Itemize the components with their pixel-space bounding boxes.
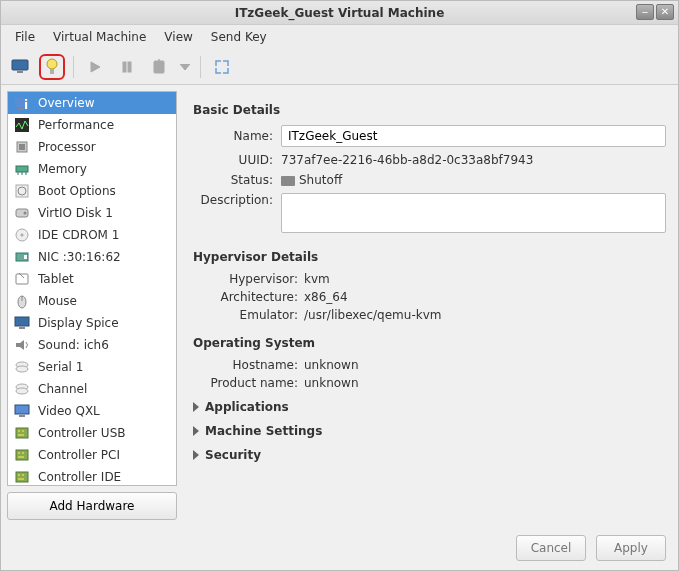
- svg-rect-32: [15, 317, 29, 326]
- svg-point-25: [21, 234, 24, 237]
- minimize-button[interactable]: ‒: [636, 4, 654, 20]
- toolbar: [1, 49, 678, 85]
- sidebar-item-sound-ich6[interactable]: Sound: ich6: [8, 334, 176, 356]
- tablet-icon: [14, 271, 30, 287]
- footer: Cancel Apply: [1, 526, 678, 570]
- cdrom-icon: [14, 227, 30, 243]
- svg-rect-0: [12, 60, 28, 70]
- svg-rect-52: [18, 478, 24, 480]
- name-label: Name:: [193, 129, 273, 143]
- details-button[interactable]: [39, 54, 65, 80]
- chevron-right-icon: [193, 402, 199, 412]
- run-button[interactable]: [82, 54, 108, 80]
- os-heading: Operating System: [193, 336, 666, 350]
- sidebar-item-label: VirtIO Disk 1: [38, 206, 113, 220]
- nic-icon: [14, 249, 30, 265]
- sidebar-item-processor[interactable]: Processor: [8, 136, 176, 158]
- svg-point-23: [24, 212, 27, 215]
- chevron-right-icon: [193, 426, 199, 436]
- svg-rect-40: [19, 415, 25, 417]
- svg-rect-49: [16, 472, 28, 482]
- status-value: Shutoff: [299, 173, 342, 187]
- apply-button[interactable]: Apply: [596, 535, 666, 561]
- uuid-label: UUID:: [193, 153, 273, 167]
- sidebar-item-mouse[interactable]: Mouse: [8, 290, 176, 312]
- controller-icon: [14, 447, 30, 463]
- sidebar-item-label: Boot Options: [38, 184, 116, 198]
- productname-label: Product name:: [193, 376, 298, 390]
- sidebar-item-label: Sound: ich6: [38, 338, 109, 352]
- svg-rect-15: [19, 144, 25, 150]
- mem-icon: [14, 161, 30, 177]
- svg-rect-39: [15, 405, 29, 414]
- svg-rect-16: [16, 166, 28, 172]
- sidebar-item-boot-options[interactable]: Boot Options: [8, 180, 176, 202]
- basic-details-heading: Basic Details: [193, 103, 666, 117]
- svg-rect-5: [123, 62, 126, 72]
- titlebar: ITzGeek_Guest Virtual Machine ‒ ✕: [1, 1, 678, 25]
- svg-rect-48: [18, 456, 24, 458]
- svg-rect-47: [22, 452, 24, 454]
- svg-rect-3: [50, 69, 54, 74]
- menu-send-key[interactable]: Send Key: [205, 28, 273, 46]
- sidebar-item-performance[interactable]: Performance: [8, 114, 176, 136]
- boot-icon: [14, 183, 30, 199]
- menu-file[interactable]: File: [9, 28, 41, 46]
- sound-icon: [14, 337, 30, 353]
- sidebar-item-serial-1[interactable]: Serial 1: [8, 356, 176, 378]
- add-hardware-button[interactable]: Add Hardware: [7, 492, 177, 520]
- sidebar-item-virtio-disk-1[interactable]: VirtIO Disk 1: [8, 202, 176, 224]
- power-icon: [152, 59, 166, 75]
- sidebar-item-tablet[interactable]: Tablet: [8, 268, 176, 290]
- controller-icon: [14, 469, 30, 485]
- sidebar-item-memory[interactable]: Memory: [8, 158, 176, 180]
- sidebar-item-label: Controller PCI: [38, 448, 120, 462]
- pause-icon: [120, 60, 134, 74]
- pause-button[interactable]: [114, 54, 140, 80]
- sidebar-item-label: Memory: [38, 162, 87, 176]
- sidebar-item-display-spice[interactable]: Display Spice: [8, 312, 176, 334]
- sidebar-item-video-qxl[interactable]: Video QXL: [8, 400, 176, 422]
- shutdown-button[interactable]: [146, 54, 172, 80]
- console-button[interactable]: [7, 54, 33, 80]
- menu-view[interactable]: View: [158, 28, 198, 46]
- hostname-value: unknown: [304, 358, 359, 372]
- play-icon: [88, 60, 102, 74]
- svg-point-2: [47, 59, 57, 69]
- svg-rect-42: [18, 430, 20, 432]
- sidebar-item-controller-ide[interactable]: Controller IDE: [8, 466, 176, 486]
- machine-settings-expander[interactable]: Machine Settings: [193, 424, 666, 438]
- channel-icon: [14, 381, 30, 397]
- sidebar-item-ide-cdrom-1[interactable]: IDE CDROM 1: [8, 224, 176, 246]
- fullscreen-button[interactable]: [209, 54, 235, 80]
- chevron-right-icon: [193, 450, 199, 460]
- sidebar-item-label: Display Spice: [38, 316, 119, 330]
- svg-marker-34: [16, 340, 24, 350]
- sidebar: iOverviewPerformanceProcessorMemoryBoot …: [7, 91, 177, 520]
- svg-marker-4: [91, 62, 100, 72]
- sidebar-item-label: Controller USB: [38, 426, 125, 440]
- video-icon: [14, 403, 30, 419]
- chevron-down-icon: [180, 64, 190, 70]
- security-expander[interactable]: Security: [193, 448, 666, 462]
- emulator-value: /usr/libexec/qemu-kvm: [304, 308, 441, 322]
- controller-icon: [14, 425, 30, 441]
- sidebar-item-channel[interactable]: Channel: [8, 378, 176, 400]
- uuid-value: 737af7ee-2216-46bb-a8d2-0c33a8bf7943: [281, 153, 666, 167]
- sidebar-list: iOverviewPerformanceProcessorMemoryBoot …: [7, 91, 177, 486]
- close-button[interactable]: ✕: [656, 4, 674, 20]
- status-icon: [281, 176, 295, 186]
- sidebar-item-controller-usb[interactable]: Controller USB: [8, 422, 176, 444]
- sidebar-item-overview[interactable]: iOverview: [8, 92, 176, 114]
- sidebar-item-nic-30-16-62[interactable]: NIC :30:16:62: [8, 246, 176, 268]
- menu-virtual-machine[interactable]: Virtual Machine: [47, 28, 152, 46]
- name-input[interactable]: [281, 125, 666, 147]
- hypervisor-details-heading: Hypervisor Details: [193, 250, 666, 264]
- shutdown-menu-button[interactable]: [178, 54, 192, 80]
- description-input[interactable]: [281, 193, 666, 233]
- applications-expander[interactable]: Applications: [193, 400, 666, 414]
- sidebar-item-label: NIC :30:16:62: [38, 250, 121, 264]
- cancel-button[interactable]: Cancel: [516, 535, 586, 561]
- sidebar-item-controller-pci[interactable]: Controller PCI: [8, 444, 176, 466]
- svg-rect-51: [22, 474, 24, 476]
